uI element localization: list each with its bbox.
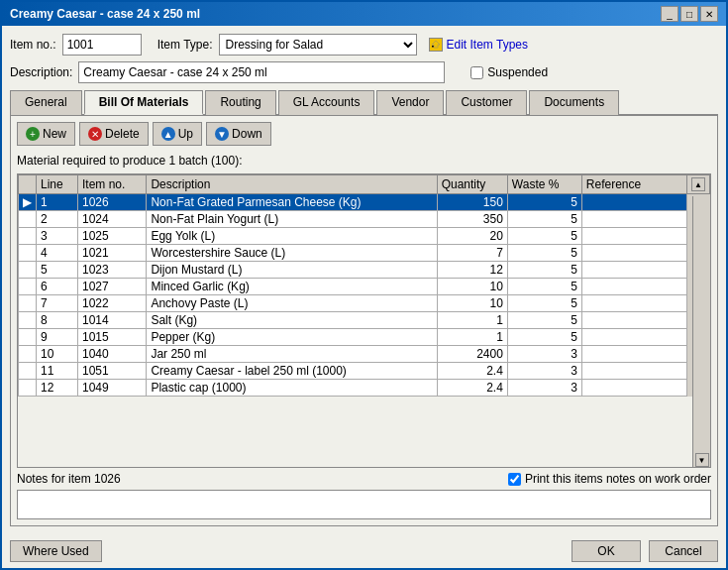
where-used-button[interactable]: Where Used [10, 540, 102, 562]
up-label: Up [178, 127, 193, 141]
cell-item-no: 1014 [78, 312, 147, 329]
cell-waste: 3 [507, 380, 581, 397]
cell-description: Egg Yolk (L) [147, 228, 437, 245]
content-area: Item no.: Item Type: Dressing for Salad … [2, 26, 726, 534]
table-row[interactable]: 11 1051 Creamy Caesar - label 250 ml (10… [19, 363, 710, 380]
bottom-bar: Where Used OK Cancel [2, 534, 726, 568]
row-indicator [19, 380, 37, 397]
print-label: Print this items notes on work order [525, 472, 711, 486]
cell-reference [581, 211, 686, 228]
table-row[interactable]: 2 1024 Non-Fat Plain Yogurt (L) 350 5 [19, 211, 710, 228]
cell-waste: 3 [507, 363, 581, 380]
table-row[interactable]: ▶ 1 1026 Non-Fat Grated Parmesan Cheese … [19, 194, 710, 211]
cell-reference [581, 363, 686, 380]
table-row[interactable]: 9 1015 Pepper (Kg) 1 5 [19, 329, 710, 346]
table-row[interactable]: 3 1025 Egg Yolk (L) 20 5 [19, 228, 710, 245]
cell-waste: 5 [507, 279, 581, 295]
notes-label: Notes for item 1026 [17, 472, 121, 486]
cell-waste: 5 [507, 312, 581, 329]
row-indicator [19, 329, 37, 346]
item-type-select[interactable]: Dressing for Salad [219, 34, 417, 56]
cell-quantity: 2400 [437, 346, 507, 363]
cell-quantity: 1 [437, 329, 507, 346]
cell-waste: 5 [507, 262, 581, 279]
cell-description: Creamy Caesar - label 250 ml (1000) [147, 363, 437, 380]
cell-reference [581, 194, 686, 211]
cell-item-no: 1025 [78, 228, 147, 245]
cell-reference [581, 295, 686, 312]
col-item-no: Item no. [78, 175, 147, 194]
cell-description: Salt (Kg) [147, 312, 437, 329]
row-indicator [19, 346, 37, 363]
cell-waste: 5 [507, 295, 581, 312]
description-input[interactable] [78, 61, 445, 83]
notes-textarea[interactable] [17, 490, 711, 519]
up-icon: ▲ [161, 127, 175, 141]
cancel-button[interactable]: Cancel [649, 540, 718, 562]
cell-item-no: 1040 [78, 346, 147, 363]
cell-quantity: 10 [437, 279, 507, 295]
cell-item-no: 1023 [78, 262, 147, 279]
table-container: Line Item no. Description Quantity Waste… [17, 173, 711, 468]
notes-top-row: Notes for item 1026 Print this items not… [17, 472, 711, 486]
tab-routing[interactable]: Routing [205, 90, 275, 115]
table-row[interactable]: 5 1023 Dijon Mustard (L) 12 5 [19, 262, 710, 279]
maximize-button[interactable]: □ [680, 6, 698, 22]
minimize-button[interactable]: _ [661, 6, 678, 22]
cell-line: 6 [37, 279, 78, 295]
suspended-label: Suspended [487, 65, 548, 79]
tab-customer[interactable]: Customer [446, 90, 527, 115]
table-row[interactable]: 6 1027 Minced Garlic (Kg) 10 5 [19, 279, 710, 295]
cell-description: Anchovy Paste (L) [147, 295, 437, 312]
cell-reference [581, 245, 686, 262]
tab-general[interactable]: General [10, 90, 82, 115]
tab-gl-accounts[interactable]: GL Accounts [278, 90, 375, 115]
col-description: Description [147, 175, 437, 194]
scrollbar-header: ▲ [687, 175, 710, 194]
table-row[interactable]: 12 1049 Plastic cap (1000) 2.4 3 [19, 380, 710, 397]
tab-bill-of-materials[interactable]: Bill Of Materials [84, 90, 204, 115]
cell-quantity: 150 [437, 194, 507, 211]
cell-line: 2 [37, 211, 78, 228]
tab-documents[interactable]: Documents [529, 90, 619, 115]
table-row[interactable]: 7 1022 Anchovy Paste (L) 10 5 [19, 295, 710, 312]
new-icon: + [26, 127, 40, 141]
cell-reference [581, 279, 686, 295]
main-window: Creamy Caesar - case 24 x 250 ml _ □ ✕ I… [0, 0, 728, 570]
window-title: Creamy Caesar - case 24 x 250 ml [10, 7, 200, 21]
table-row[interactable]: 10 1040 Jar 250 ml 2400 3 [19, 346, 710, 363]
row-indicator [19, 363, 37, 380]
ok-button[interactable]: OK [572, 540, 641, 562]
tab-vendor[interactable]: Vendor [376, 90, 444, 115]
table-row[interactable]: 4 1021 Worcestershire Sauce (L) 7 5 [19, 245, 710, 262]
item-no-label: Item no.: [10, 38, 56, 52]
cell-description: Pepper (Kg) [147, 329, 437, 346]
title-bar: Creamy Caesar - case 24 x 250 ml _ □ ✕ [2, 2, 726, 26]
table-row[interactable]: 8 1014 Salt (Kg) 1 5 [19, 312, 710, 329]
delete-button[interactable]: ✕ Delete [79, 122, 149, 146]
cell-description: Jar 250 ml [147, 346, 437, 363]
new-button[interactable]: + New [17, 122, 75, 146]
cell-quantity: 20 [437, 228, 507, 245]
cell-line: 7 [37, 295, 78, 312]
cell-quantity: 350 [437, 211, 507, 228]
notes-section: Notes for item 1026 Print this items not… [17, 472, 711, 519]
cell-line: 3 [37, 228, 78, 245]
scroll-down-arrow[interactable]: ▼ [695, 453, 709, 467]
print-checkbox[interactable] [508, 473, 521, 486]
item-no-input[interactable] [62, 34, 142, 56]
row-indicator [19, 245, 37, 262]
scroll-up-arrow[interactable]: ▲ [691, 177, 705, 191]
down-button[interactable]: ▼ Down [206, 122, 271, 146]
col-reference: Reference [581, 175, 686, 194]
close-button[interactable]: ✕ [700, 6, 718, 22]
edit-item-types-link[interactable]: Edit Item Types [447, 38, 528, 52]
col-waste: Waste % [507, 175, 581, 194]
cell-description: Plastic cap (1000) [147, 380, 437, 397]
row-indicator [19, 228, 37, 245]
cell-quantity: 2.4 [437, 380, 507, 397]
cell-line: 1 [37, 194, 78, 211]
up-button[interactable]: ▲ Up [153, 122, 202, 146]
cell-description: Worcestershire Sauce (L) [147, 245, 437, 262]
suspended-checkbox[interactable] [470, 66, 483, 79]
